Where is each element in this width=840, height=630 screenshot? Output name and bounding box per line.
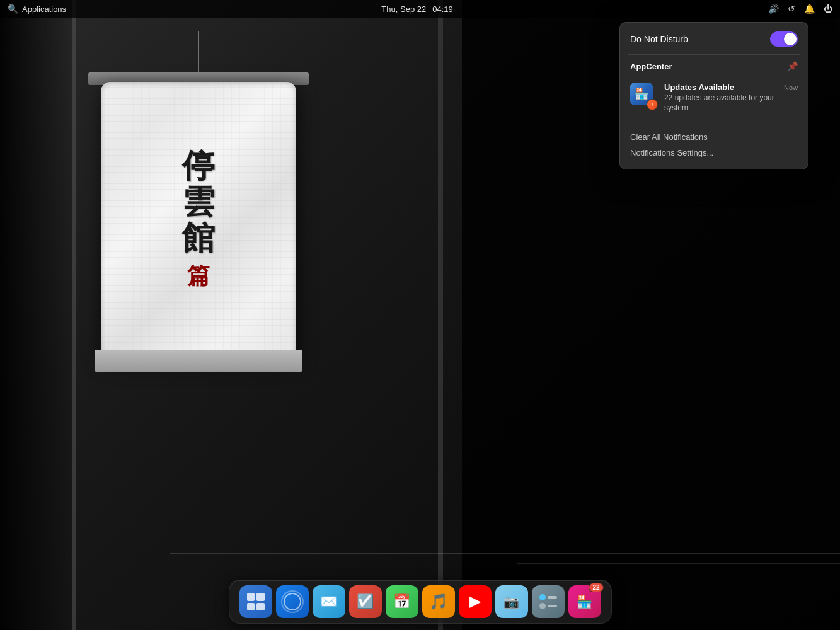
- wallpaper-lantern: 停 雲 館 篇: [82, 32, 315, 422]
- tasks-icon: ☑️: [357, 593, 374, 610]
- multitask-cell-4: [256, 603, 265, 611]
- appcenter-dock-icon: 🏪: [577, 594, 592, 609]
- dock-item-multitasking[interactable]: [239, 585, 272, 618]
- notification-bell-icon[interactable]: 🔔: [804, 4, 815, 14]
- topbar-datetime: Thu, Sep 22: [381, 4, 426, 14]
- dock-item-music[interactable]: 🎵: [422, 585, 455, 618]
- notification-settings-link[interactable]: Notifications Settings...: [630, 146, 798, 160]
- toggle-dot-on: [539, 594, 546, 600]
- multitask-cell-3: [247, 603, 255, 611]
- shadow-overlay-left: [0, 0, 76, 630]
- topbar-time: 04:19: [432, 4, 453, 14]
- floor-reflection: [170, 553, 840, 554]
- notif-icon-container: !: [630, 83, 658, 110]
- notif-body: 22 updates are available for your system: [664, 93, 798, 113]
- multitasking-icon: [247, 593, 265, 610]
- clear-notifications-link[interactable]: Clear All Notifications: [630, 130, 798, 144]
- notif-title: Updates Available: [664, 83, 734, 92]
- volume-icon[interactable]: 🔊: [768, 4, 779, 14]
- dnd-header: Do Not Disturb: [620, 23, 808, 54]
- notification-panel: Do Not Disturb AppCenter 📌 ! Updates Ava…: [619, 22, 808, 169]
- toggle-bar-2: [548, 605, 557, 607]
- notif-update-badge: !: [647, 99, 658, 110]
- appcenter-header: AppCenter 📌: [630, 61, 798, 71]
- kanji-char-2: 雲: [182, 186, 215, 219]
- pole-right: [438, 0, 443, 630]
- browser-globe-icon: [281, 590, 304, 613]
- appcenter-section: AppCenter 📌 ! Updates Available Now 22 u…: [620, 55, 808, 123]
- toggle-dot-off: [539, 603, 546, 609]
- settings-toggle-icon: [539, 594, 557, 609]
- appcenter-badge: 22: [589, 583, 603, 592]
- dock-item-settings[interactable]: [532, 585, 565, 618]
- photos-icon: 📷: [503, 594, 519, 609]
- topbar: 🔍 Applications Thu, Sep 22 04:19 🔊 ↺ 🔔 ⏻: [0, 0, 840, 18]
- mail-icon: ✉️: [320, 593, 337, 610]
- youtube-icon: ▶: [469, 593, 480, 610]
- bluetooth-icon[interactable]: ↺: [788, 4, 795, 14]
- lantern-body: 停 雲 館 篇: [101, 82, 296, 359]
- kanji-char-3: 館: [182, 222, 215, 255]
- lantern-kanji: 停 雲 館 篇: [182, 150, 215, 292]
- notification-item[interactable]: ! Updates Available Now 22 updates are a…: [630, 77, 798, 118]
- lantern-bottom-cap: [95, 350, 302, 372]
- panel-footer: Clear All Notifications Notifications Se…: [620, 123, 808, 169]
- dock: ✉️ ☑️ 📅 🎵 ▶ 📷 🏪 22: [229, 580, 612, 624]
- floor-reflection-2: [517, 563, 840, 564]
- topbar-left: 🔍 Applications: [8, 4, 66, 14]
- dock-item-photos[interactable]: 📷: [495, 585, 528, 618]
- kanji-seal: 篇: [187, 261, 210, 292]
- dock-item-youtube[interactable]: ▶: [459, 585, 492, 618]
- multitask-cell-1: [247, 593, 255, 601]
- pin-icon[interactable]: 📌: [787, 61, 798, 71]
- topbar-center: Thu, Sep 22 04:19: [66, 4, 768, 14]
- dock-item-mail[interactable]: ✉️: [313, 585, 345, 618]
- notif-time: Now: [784, 84, 798, 91]
- pole-left: [72, 0, 76, 630]
- notif-title-row: Updates Available Now: [664, 83, 798, 92]
- search-icon[interactable]: 🔍: [8, 4, 18, 14]
- dock-item-appcenter[interactable]: 🏪 22: [568, 585, 601, 618]
- toggle-bar-1: [548, 596, 557, 598]
- notif-content: Updates Available Now 22 updates are ava…: [664, 83, 798, 113]
- dnd-label: Do Not Disturb: [630, 34, 688, 44]
- dock-item-browser[interactable]: [276, 585, 309, 618]
- power-icon[interactable]: ⏻: [824, 4, 832, 14]
- dock-item-calendar[interactable]: 📅: [386, 585, 418, 618]
- dnd-toggle[interactable]: [770, 32, 798, 47]
- kanji-char-1: 停: [182, 150, 215, 183]
- appcenter-title: AppCenter: [630, 62, 672, 71]
- calendar-icon: 📅: [393, 593, 410, 610]
- multitask-cell-2: [256, 593, 265, 601]
- dock-item-tasks[interactable]: ☑️: [349, 585, 382, 618]
- music-icon: 🎵: [429, 593, 448, 610]
- topbar-right: 🔊 ↺ 🔔 ⏻: [768, 4, 832, 14]
- applications-label[interactable]: Applications: [22, 4, 66, 14]
- toggle-row-1: [539, 594, 557, 600]
- toggle-row-2: [539, 603, 557, 609]
